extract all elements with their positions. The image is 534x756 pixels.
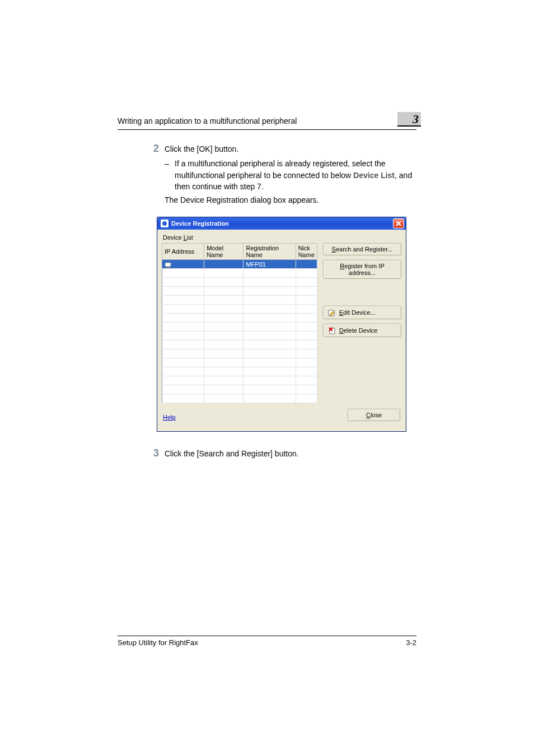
close-button[interactable]: Close	[348, 409, 400, 421]
search-and-register-button[interactable]: Search and Register...	[323, 243, 401, 255]
page: Writing an application to a multifunctio…	[0, 0, 534, 756]
svg-rect-2	[165, 263, 171, 267]
table-row[interactable]	[162, 305, 317, 314]
btn-rest: egister from IP address...	[344, 263, 385, 276]
col-model-name[interactable]: Model Name	[204, 244, 243, 260]
table-row[interactable]	[162, 323, 317, 332]
btn-rest: earch and Register...	[336, 246, 393, 253]
device-list-bold: Device List	[353, 171, 395, 180]
step-2-result: The Device Registration dialog box appea…	[165, 194, 416, 206]
cell-reg: MFP01	[243, 260, 296, 269]
bullet-dash: –	[165, 158, 175, 192]
table-row[interactable]	[162, 340, 317, 349]
table-row[interactable]	[162, 332, 317, 340]
device-table[interactable]: IP Address Model Name Registration Name …	[162, 243, 317, 403]
dialog-titlebar[interactable]: Device Registration	[157, 217, 406, 230]
table-row[interactable]	[162, 296, 317, 305]
table-row[interactable]	[162, 349, 317, 358]
header-rule	[118, 129, 416, 130]
running-title: Writing an application to a multifunctio…	[118, 116, 297, 125]
table-row[interactable]: MFP01	[162, 260, 317, 269]
table-row[interactable]	[162, 278, 317, 287]
device-registration-dialog: Device Registration Device List	[157, 217, 406, 432]
btn-u: D	[339, 327, 344, 334]
step-2-subbullet: – If a multifunctional peripheral is alr…	[165, 158, 416, 192]
device-list-label: Device List	[163, 234, 401, 241]
close-icon[interactable]	[393, 218, 404, 228]
btn-u: R	[340, 263, 344, 269]
dialog-body: Device List IP Address Model Name Regist…	[157, 230, 406, 431]
device-list-grid[interactable]: IP Address Model Name Registration Name …	[162, 243, 317, 403]
table-header-row: IP Address Model Name Registration Name …	[162, 244, 317, 260]
delete-device-button[interactable]: Delete Device	[323, 324, 401, 337]
chapter-badge: 3	[397, 112, 421, 127]
footer-row: Setup Utility for RightFax 3-2	[118, 638, 416, 647]
btn-rest: elete Device	[344, 327, 378, 334]
footer-right: 3-2	[406, 638, 416, 647]
help-u: p	[172, 414, 176, 421]
cell-ip	[162, 260, 204, 269]
step-number: 3	[140, 447, 159, 459]
device-icon	[165, 262, 171, 268]
table-row[interactable]	[162, 376, 317, 385]
delete-icon	[328, 326, 336, 334]
table-row[interactable]	[162, 358, 317, 367]
dialog-title: Device Registration	[171, 220, 393, 227]
dialog-main: IP Address Model Name Registration Name …	[162, 243, 401, 403]
btn-rest: lose	[371, 412, 382, 418]
chapter-number: 3	[413, 113, 419, 125]
page-footer: Setup Utility for RightFax 3-2	[118, 636, 416, 647]
register-from-ip-button[interactable]: Register from IP address...	[323, 260, 401, 279]
col-registration-name[interactable]: Registration Name	[243, 244, 296, 260]
cell-model	[204, 260, 243, 269]
help-pre: Hel	[163, 414, 172, 421]
app-icon	[161, 220, 168, 227]
dialog-side-buttons: Search and Register... Register from IP …	[317, 243, 401, 403]
footer-left: Setup Utility for RightFax	[118, 638, 198, 647]
table-row[interactable]	[162, 269, 317, 278]
step-3: 3 Click the [Search and Register] button…	[140, 447, 416, 459]
edit-device-button[interactable]: Edit Device...	[323, 306, 401, 319]
table-row[interactable]	[162, 314, 317, 323]
cell-nick	[296, 260, 317, 269]
label-post: ist	[187, 234, 193, 241]
dialog-figure: Device Registration Device List	[157, 217, 406, 432]
step-2: 2 Click the [OK] button.	[140, 143, 416, 155]
btn-u: S	[332, 246, 336, 253]
help-link[interactable]: Help	[163, 414, 176, 421]
table-row[interactable]	[162, 287, 317, 296]
step-2-subtext: If a multifunctional peripheral is alrea…	[175, 158, 416, 192]
label-pre: Device	[163, 234, 184, 241]
col-nick-name[interactable]: Nick Name	[296, 244, 317, 260]
col-ip-address[interactable]: IP Address	[162, 244, 204, 260]
svg-rect-3	[166, 267, 170, 268]
dialog-footer: Help Close	[162, 409, 401, 426]
btn-rest: dit Device...	[343, 309, 375, 316]
footer-rule	[118, 636, 416, 636]
content-area: 2 Click the [OK] button. – If a multifun…	[140, 143, 416, 463]
x-icon	[396, 221, 401, 226]
running-header: Writing an application to a multifunctio…	[118, 116, 416, 130]
step-2-text: Click the [OK] button.	[165, 143, 416, 155]
step-3-text: Click the [Search and Register] button.	[165, 448, 416, 459]
table-row[interactable]	[162, 394, 317, 403]
table-row[interactable]	[162, 385, 317, 394]
edit-icon	[328, 309, 336, 316]
table-row[interactable]	[162, 367, 317, 376]
step-number: 2	[140, 143, 159, 155]
btn-u: C	[366, 412, 371, 418]
